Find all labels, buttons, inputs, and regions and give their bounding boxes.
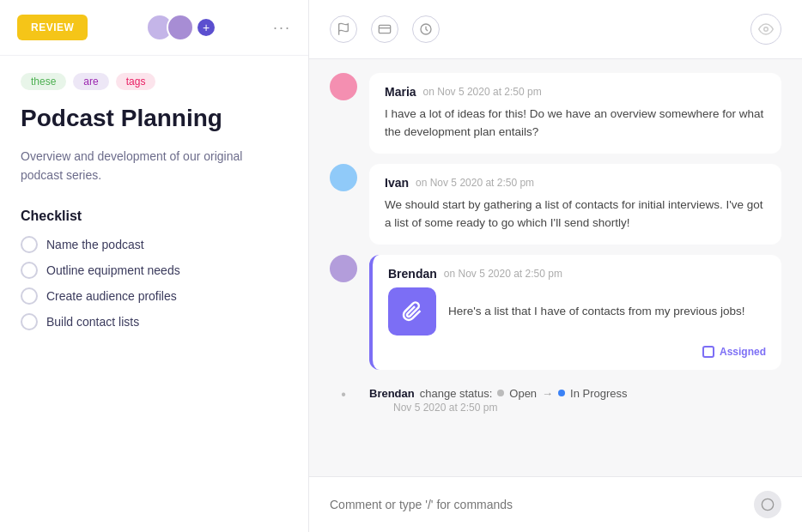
right-toolbar	[309, 0, 802, 59]
check-circle-4[interactable]	[21, 313, 38, 330]
avatar-2	[167, 14, 194, 41]
message-bubble-3: Brendan on Nov 5 2020 at 2:50 pm Here's …	[369, 255, 781, 370]
message-bubble-2: Ivan on Nov 5 2020 at 2:50 pm We should …	[369, 164, 781, 245]
status-bullet-spacer: •	[330, 380, 357, 408]
message-time-1: on Nov 5 2020 at 2:50 pm	[423, 86, 542, 98]
message-time-2: on Nov 5 2020 at 2:50 pm	[416, 177, 534, 189]
left-content: these are tags Podcast Planning Overview…	[0, 56, 308, 532]
top-bar: REVIEW + ···	[0, 0, 308, 56]
checklist-label-1: Name the podcast	[46, 238, 144, 251]
message-text-1: I have a lot of ideas for this! Do we ha…	[385, 106, 766, 142]
message-item-3: Brendan on Nov 5 2020 at 2:50 pm Here's …	[330, 255, 781, 370]
avatar-maria	[330, 73, 357, 100]
messages-list: Maria on Nov 5 2020 at 2:50 pm I have a …	[330, 73, 781, 420]
avatar-brendan	[330, 255, 357, 282]
eye-icon[interactable]	[750, 14, 781, 45]
message-header-3: Brendan on Nov 5 2020 at 2:50 pm	[388, 267, 766, 281]
message-item-2: Ivan on Nov 5 2020 at 2:50 pm We should …	[330, 164, 781, 245]
checklist-title: Checklist	[21, 209, 288, 224]
checklist: Name the podcast Outline equipment needs…	[21, 236, 288, 330]
clock-icon[interactable]	[412, 15, 440, 43]
sender-name-2: Ivan	[385, 176, 409, 190]
status-bullet: •	[341, 387, 346, 402]
check-circle-1[interactable]	[21, 236, 38, 253]
message-text-2: We should start by gathering a list of c…	[385, 196, 766, 233]
card-icon[interactable]	[371, 15, 398, 43]
check-circle-2[interactable]	[21, 262, 38, 279]
status-from: Open	[509, 387, 537, 400]
status-time: Nov 5 2020 at 2:50 pm	[393, 402, 628, 414]
message-header-2: Ivan on Nov 5 2020 at 2:50 pm	[385, 176, 766, 190]
right-panel: Maria on Nov 5 2020 at 2:50 pm I have a …	[309, 0, 802, 532]
checklist-label-2: Outline equipment needs	[46, 263, 180, 277]
tag-tags[interactable]: tags	[116, 73, 156, 90]
status-actor: Brendan	[369, 387, 415, 400]
assigned-badge[interactable]: Assigned	[702, 346, 766, 358]
status-change-row: • Brendan change status: Open → In Progr…	[330, 380, 781, 420]
status-dot-to	[558, 390, 565, 396]
avatar-ivan	[330, 164, 357, 191]
message-bubble-1: Maria on Nov 5 2020 at 2:50 pm I have a …	[369, 73, 781, 154]
messages-area: Maria on Nov 5 2020 at 2:50 pm I have a …	[309, 59, 802, 476]
checklist-item-3[interactable]: Create audience profiles	[21, 287, 288, 305]
attachment-thumbnail[interactable]	[388, 287, 436, 336]
left-panel: REVIEW + ··· these are tags Podcast Plan…	[0, 0, 309, 532]
tags-row: these are tags	[21, 73, 288, 90]
message-time-3: on Nov 5 2020 at 2:50 pm	[444, 268, 562, 280]
check-circle-3[interactable]	[21, 287, 38, 305]
status-to: In Progress	[570, 387, 627, 400]
sender-name-1: Maria	[385, 85, 416, 99]
flag-icon[interactable]	[330, 15, 357, 43]
checklist-item-2[interactable]: Outline equipment needs	[21, 262, 288, 279]
message-header-1: Maria on Nov 5 2020 at 2:50 pm	[385, 85, 766, 99]
comment-input[interactable]	[330, 498, 754, 511]
status-change: Brendan change status: Open → In Progres…	[369, 380, 628, 420]
send-button[interactable]	[754, 491, 781, 518]
attachment-text: Here's a list that I have of contacts fr…	[448, 305, 766, 317]
assigned-checkbox[interactable]	[702, 346, 714, 358]
checklist-item-4[interactable]: Build contact lists	[21, 313, 288, 330]
message-item-1: Maria on Nov 5 2020 at 2:50 pm I have a …	[330, 73, 781, 154]
add-member-button[interactable]: +	[197, 19, 215, 36]
checklist-item-1[interactable]: Name the podcast	[21, 236, 288, 253]
status-row: Brendan change status: Open → In Progres…	[369, 387, 628, 400]
avatar-group: +	[146, 14, 215, 41]
sender-name-3: Brendan	[388, 267, 437, 281]
attachment-block: Here's a list that I have of contacts fr…	[388, 287, 766, 336]
tag-are[interactable]: are	[73, 73, 108, 90]
more-options-button[interactable]: ···	[273, 19, 291, 37]
status-arrow: →	[542, 387, 553, 400]
svg-point-4	[764, 27, 769, 32]
description: Overview and development of our original…	[21, 147, 288, 185]
toolbar-left	[330, 15, 440, 43]
status-action: change status:	[420, 387, 493, 400]
checklist-label-4: Build contact lists	[46, 315, 139, 329]
review-button[interactable]: REVIEW	[17, 15, 88, 40]
comment-bar	[309, 476, 802, 532]
page-title: Podcast Planning	[21, 104, 288, 133]
status-dot-from	[497, 390, 504, 396]
svg-point-5	[762, 499, 773, 510]
assigned-label: Assigned	[720, 346, 766, 358]
tag-these[interactable]: these	[21, 73, 66, 90]
svg-rect-1	[379, 25, 390, 33]
checklist-label-3: Create audience profiles	[46, 289, 177, 303]
